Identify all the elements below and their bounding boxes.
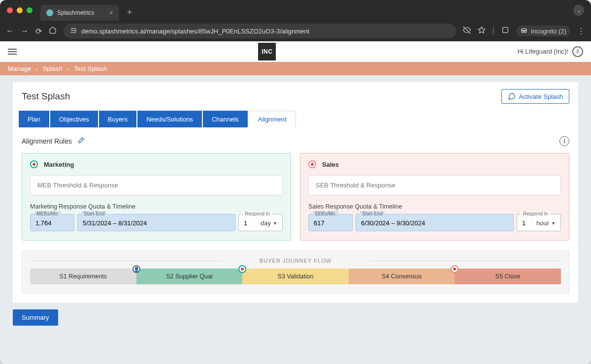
edit-icon[interactable] [77, 137, 85, 146]
back-button[interactable]: ← [6, 27, 14, 35]
tabs-row: Plan Objectives Buyers Needs/Solutions C… [13, 104, 578, 127]
browser-menu-icon[interactable]: ⋮ [577, 27, 585, 36]
info-icon[interactable]: i [559, 136, 569, 146]
forward-button[interactable]: → [21, 27, 29, 35]
sales-panel: Sales SEB Threshold & Response Sales Res… [300, 153, 569, 241]
browser-tab[interactable]: Splashmetrics × [40, 5, 119, 21]
tab-buyers[interactable]: Buyers [99, 111, 136, 127]
tab-alignment[interactable]: Alignment [249, 111, 296, 127]
tab-channels[interactable]: Channels [203, 111, 248, 127]
tab-title: Splashmetrics [57, 9, 94, 16]
buyer-journey-flow: BUYER JOURNEY FLOW S1 Requirements S2 Su… [22, 250, 569, 294]
svg-point-5 [577, 50, 579, 52]
tab-needs-solutions[interactable]: Needs/Solutions [137, 111, 202, 127]
tab-plan[interactable]: Plan [19, 111, 49, 127]
stage-s2[interactable]: S2 Supplier Qual [136, 269, 243, 284]
activate-splash-button[interactable]: Activate Splash [501, 89, 569, 104]
incognito-badge[interactable]: Incognito (2) [516, 26, 570, 36]
journey-heading: BUYER JOURNEY FLOW [30, 258, 561, 264]
tab-objectives[interactable]: Objectives [50, 111, 98, 127]
browser-titlebar: Splashmetrics × + ⌄ [0, 0, 591, 21]
mebs-per-month-field[interactable]: MEBs/Mo. 1,764 [30, 214, 74, 231]
journey-stages: S1 Requirements S2 Supplier Qual S3 Vali… [30, 269, 561, 284]
stage-s1[interactable]: S1 Requirements [30, 269, 136, 284]
page-title: Test Splash [22, 91, 70, 102]
sebs-per-month-field[interactable]: SEBs/Mo. 617 [308, 214, 353, 231]
reload-button[interactable]: ⟳ [35, 27, 42, 36]
chevron-down-icon: ▼ [551, 221, 556, 226]
close-tab-icon[interactable]: × [109, 9, 113, 17]
favicon [46, 9, 53, 16]
chevron-down-icon: ▼ [273, 221, 277, 226]
account-icon[interactable] [572, 46, 583, 57]
marketing-respond-in-select[interactable]: Respond In 1 day▼ [238, 214, 283, 231]
site-settings-icon[interactable] [69, 27, 77, 36]
url-field[interactable]: demo.splashmetrics.ai/manage/splashes/85… [64, 24, 456, 38]
address-bar: ← → ⟳ demo.splashmetrics.ai/manage/splas… [0, 21, 591, 41]
marketing-title: Marketing [44, 161, 74, 168]
menu-icon[interactable] [8, 47, 17, 56]
stage-s4[interactable]: S4 Consensus [349, 269, 455, 284]
window-controls [7, 7, 33, 13]
close-window[interactable] [7, 7, 13, 13]
target-icon [308, 160, 316, 168]
svg-rect-2 [502, 28, 508, 33]
url-text: demo.splashmetrics.ai/manage/splashes/85… [81, 28, 309, 35]
maximize-window[interactable] [27, 7, 33, 13]
user-greeting: Hi Lifeguard (Inc)! [518, 48, 568, 55]
svg-point-3 [522, 30, 524, 32]
marketing-quota-heading: Marketing Response Quota & Timeline [30, 203, 283, 210]
seb-threshold-box[interactable]: SEB Threshold & Response [308, 175, 561, 195]
chat-icon [508, 92, 516, 100]
marketing-panel: Marketing MEB Threshold & Response Marke… [22, 153, 291, 241]
sales-title: Sales [322, 161, 339, 168]
bookmark-star-icon[interactable] [478, 26, 486, 36]
summary-button[interactable]: Summary [13, 309, 58, 326]
chevron-right-icon: › [36, 66, 38, 72]
chevron-right-icon: › [67, 66, 69, 72]
svg-point-0 [75, 30, 76, 31]
section-title: Alignment Rules [22, 137, 72, 145]
breadcrumb-manage[interactable]: Manage [8, 65, 31, 72]
breadcrumb-current: Test Splash [74, 65, 107, 72]
svg-point-4 [524, 30, 526, 32]
breadcrumb-splash[interactable]: Splash [43, 65, 63, 72]
sales-date-range-field[interactable]: Start-End 6/30/2024 – 9/30/2024 [356, 214, 514, 231]
tab-overflow-icon[interactable]: ⌄ [573, 5, 584, 16]
sales-respond-in-select[interactable]: Respond In 1 hour▼ [517, 214, 561, 231]
new-tab-button[interactable]: + [127, 7, 132, 18]
brand-logo[interactable]: INC [258, 43, 276, 61]
stage-s5[interactable]: S5 Close [455, 269, 561, 284]
eye-off-icon[interactable] [463, 26, 471, 36]
app-topbar: INC Hi Lifeguard (Inc)! [0, 41, 591, 62]
target-icon [30, 160, 38, 168]
meb-threshold-box[interactable]: MEB Threshold & Response [30, 175, 283, 195]
marketing-date-range-field[interactable]: Start-End 5/31/2024 – 8/31/2024 [77, 214, 235, 231]
incognito-label: Incognito (2) [531, 28, 566, 35]
breadcrumb: Manage › Splash › Test Splash [0, 62, 591, 75]
persona-marker-icon[interactable] [132, 265, 140, 273]
home-button[interactable] [49, 26, 57, 36]
svg-marker-1 [478, 27, 485, 33]
stage-s3[interactable]: S3 Validation [242, 269, 349, 284]
minimize-window[interactable] [17, 7, 23, 13]
extensions-icon[interactable] [501, 26, 509, 36]
sales-quota-heading: Sales Response Quota & Timeline [308, 203, 561, 210]
